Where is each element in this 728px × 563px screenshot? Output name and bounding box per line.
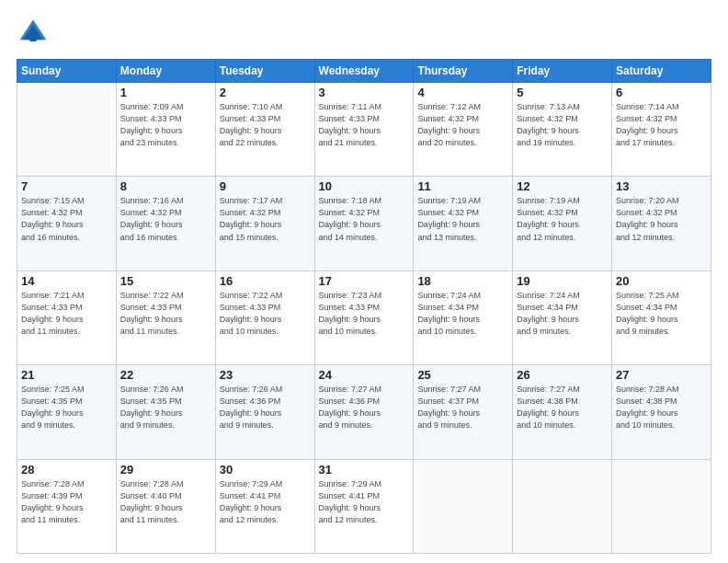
calendar-cell: 21Sunrise: 7:25 AM Sunset: 4:35 PM Dayli… <box>17 365 117 459</box>
day-info: Sunrise: 7:26 AM Sunset: 4:35 PM Dayligh… <box>120 384 211 431</box>
day-info: Sunrise: 7:19 AM Sunset: 4:32 PM Dayligh… <box>417 195 508 243</box>
day-info: Sunrise: 7:23 AM Sunset: 4:33 PM Dayligh… <box>319 290 410 338</box>
day-number: 20 <box>616 274 707 288</box>
day-number: 27 <box>616 368 707 382</box>
day-info: Sunrise: 7:29 AM Sunset: 4:41 PM Dayligh… <box>319 478 410 526</box>
day-info: Sunrise: 7:13 AM Sunset: 4:32 PM Dayligh… <box>517 101 608 149</box>
day-number: 8 <box>120 179 211 193</box>
day-info: Sunrise: 7:22 AM Sunset: 4:33 PM Dayligh… <box>220 290 311 338</box>
day-number: 25 <box>417 368 508 382</box>
calendar-cell: 16Sunrise: 7:22 AM Sunset: 4:33 PM Dayli… <box>215 270 314 364</box>
calendar-cell: 25Sunrise: 7:27 AM Sunset: 4:37 PM Dayli… <box>414 365 513 459</box>
calendar-header-saturday: Saturday <box>612 60 711 83</box>
day-number: 23 <box>220 368 311 382</box>
calendar-cell: 28Sunrise: 7:28 AM Sunset: 4:39 PM Dayli… <box>17 459 117 553</box>
day-number: 31 <box>319 463 410 477</box>
day-info: Sunrise: 7:27 AM Sunset: 4:36 PM Dayligh… <box>319 384 410 431</box>
calendar-cell: 27Sunrise: 7:28 AM Sunset: 4:38 PM Dayli… <box>612 365 711 459</box>
day-info: Sunrise: 7:11 AM Sunset: 4:33 PM Dayligh… <box>319 101 410 149</box>
calendar-cell: 24Sunrise: 7:27 AM Sunset: 4:36 PM Dayli… <box>314 365 414 459</box>
calendar-cell: 1Sunrise: 7:09 AM Sunset: 4:33 PM Daylig… <box>116 83 215 177</box>
day-info: Sunrise: 7:28 AM Sunset: 4:39 PM Dayligh… <box>21 478 112 526</box>
day-info: Sunrise: 7:25 AM Sunset: 4:35 PM Dayligh… <box>21 384 112 431</box>
calendar-cell: 13Sunrise: 7:20 AM Sunset: 4:32 PM Dayli… <box>612 177 711 270</box>
calendar-header-sunday: Sunday <box>17 60 117 83</box>
day-info: Sunrise: 7:10 AM Sunset: 4:33 PM Dayligh… <box>220 101 311 149</box>
calendar-cell: 31Sunrise: 7:29 AM Sunset: 4:41 PM Dayli… <box>314 459 414 553</box>
page: SundayMondayTuesdayWednesdayThursdayFrid… <box>0 0 728 563</box>
day-info: Sunrise: 7:28 AM Sunset: 4:40 PM Dayligh… <box>120 478 211 526</box>
day-info: Sunrise: 7:20 AM Sunset: 4:32 PM Dayligh… <box>616 195 707 243</box>
day-info: Sunrise: 7:26 AM Sunset: 4:36 PM Dayligh… <box>220 384 311 431</box>
calendar-cell: 2Sunrise: 7:10 AM Sunset: 4:33 PM Daylig… <box>215 83 314 177</box>
calendar-cell <box>612 459 711 553</box>
calendar-table: SundayMondayTuesdayWednesdayThursdayFrid… <box>17 59 711 554</box>
day-number: 5 <box>517 86 608 99</box>
calendar-header-friday: Friday <box>513 60 612 83</box>
calendar-cell: 23Sunrise: 7:26 AM Sunset: 4:36 PM Dayli… <box>215 365 314 459</box>
day-info: Sunrise: 7:24 AM Sunset: 4:34 PM Dayligh… <box>517 290 608 338</box>
calendar-week-row: 28Sunrise: 7:28 AM Sunset: 4:39 PM Dayli… <box>17 459 711 553</box>
day-info: Sunrise: 7:16 AM Sunset: 4:32 PM Dayligh… <box>120 195 211 243</box>
day-number: 4 <box>417 86 508 99</box>
day-number: 11 <box>417 179 508 193</box>
calendar-cell: 7Sunrise: 7:15 AM Sunset: 4:32 PM Daylig… <box>17 177 117 270</box>
day-info: Sunrise: 7:09 AM Sunset: 4:33 PM Dayligh… <box>120 101 211 149</box>
day-info: Sunrise: 7:17 AM Sunset: 4:32 PM Dayligh… <box>220 195 311 243</box>
calendar-cell: 6Sunrise: 7:14 AM Sunset: 4:32 PM Daylig… <box>612 83 711 177</box>
day-number: 6 <box>616 86 707 99</box>
calendar-cell <box>513 459 612 553</box>
day-number: 21 <box>21 368 112 382</box>
calendar-cell: 22Sunrise: 7:26 AM Sunset: 4:35 PM Dayli… <box>116 365 215 459</box>
day-number: 16 <box>220 274 311 288</box>
calendar-cell <box>17 83 117 177</box>
calendar-cell: 12Sunrise: 7:19 AM Sunset: 4:32 PM Dayli… <box>513 177 612 270</box>
day-number: 22 <box>120 368 211 382</box>
day-info: Sunrise: 7:29 AM Sunset: 4:41 PM Dayligh… <box>220 478 311 526</box>
logo <box>17 17 53 50</box>
calendar-cell: 4Sunrise: 7:12 AM Sunset: 4:32 PM Daylig… <box>414 83 513 177</box>
day-info: Sunrise: 7:21 AM Sunset: 4:33 PM Dayligh… <box>21 290 112 338</box>
calendar-cell: 19Sunrise: 7:24 AM Sunset: 4:34 PM Dayli… <box>513 270 612 364</box>
calendar-cell: 8Sunrise: 7:16 AM Sunset: 4:32 PM Daylig… <box>116 177 215 270</box>
day-info: Sunrise: 7:15 AM Sunset: 4:32 PM Dayligh… <box>21 195 112 243</box>
day-number: 26 <box>517 368 608 382</box>
day-number: 19 <box>517 274 608 288</box>
day-number: 13 <box>616 179 707 193</box>
calendar-cell: 15Sunrise: 7:22 AM Sunset: 4:33 PM Dayli… <box>116 270 215 364</box>
day-number: 10 <box>319 179 410 193</box>
svg-rect-2 <box>29 33 36 41</box>
day-number: 30 <box>220 463 311 477</box>
day-number: 17 <box>319 274 410 288</box>
calendar-cell: 9Sunrise: 7:17 AM Sunset: 4:32 PM Daylig… <box>215 177 314 270</box>
calendar-cell: 10Sunrise: 7:18 AM Sunset: 4:32 PM Dayli… <box>314 177 414 270</box>
calendar-cell: 29Sunrise: 7:28 AM Sunset: 4:40 PM Dayli… <box>116 459 215 553</box>
calendar-cell: 30Sunrise: 7:29 AM Sunset: 4:41 PM Dayli… <box>215 459 314 553</box>
day-info: Sunrise: 7:12 AM Sunset: 4:32 PM Dayligh… <box>417 101 508 149</box>
day-info: Sunrise: 7:27 AM Sunset: 4:38 PM Dayligh… <box>517 384 608 431</box>
day-info: Sunrise: 7:19 AM Sunset: 4:32 PM Dayligh… <box>517 195 608 243</box>
calendar-header-row: SundayMondayTuesdayWednesdayThursdayFrid… <box>17 60 711 83</box>
calendar-header-tuesday: Tuesday <box>215 60 314 83</box>
header <box>17 17 711 50</box>
calendar-header-wednesday: Wednesday <box>314 60 414 83</box>
calendar-cell: 3Sunrise: 7:11 AM Sunset: 4:33 PM Daylig… <box>314 83 414 177</box>
day-info: Sunrise: 7:18 AM Sunset: 4:32 PM Dayligh… <box>319 195 410 243</box>
day-info: Sunrise: 7:14 AM Sunset: 4:32 PM Dayligh… <box>616 101 707 149</box>
calendar-cell: 20Sunrise: 7:25 AM Sunset: 4:34 PM Dayli… <box>612 270 711 364</box>
calendar-week-row: 14Sunrise: 7:21 AM Sunset: 4:33 PM Dayli… <box>17 270 711 364</box>
calendar-header-thursday: Thursday <box>414 60 513 83</box>
day-number: 9 <box>220 179 311 193</box>
day-info: Sunrise: 7:27 AM Sunset: 4:37 PM Dayligh… <box>417 384 508 431</box>
day-number: 3 <box>319 86 410 99</box>
calendar-cell: 11Sunrise: 7:19 AM Sunset: 4:32 PM Dayli… <box>414 177 513 270</box>
day-number: 12 <box>517 179 608 193</box>
day-number: 14 <box>21 274 112 288</box>
calendar-week-row: 21Sunrise: 7:25 AM Sunset: 4:35 PM Dayli… <box>17 365 711 459</box>
calendar-cell: 18Sunrise: 7:24 AM Sunset: 4:34 PM Dayli… <box>414 270 513 364</box>
day-info: Sunrise: 7:24 AM Sunset: 4:34 PM Dayligh… <box>417 290 508 338</box>
day-info: Sunrise: 7:22 AM Sunset: 4:33 PM Dayligh… <box>120 290 211 338</box>
day-number: 1 <box>120 86 211 99</box>
day-number: 15 <box>120 274 211 288</box>
calendar-cell <box>414 459 513 553</box>
